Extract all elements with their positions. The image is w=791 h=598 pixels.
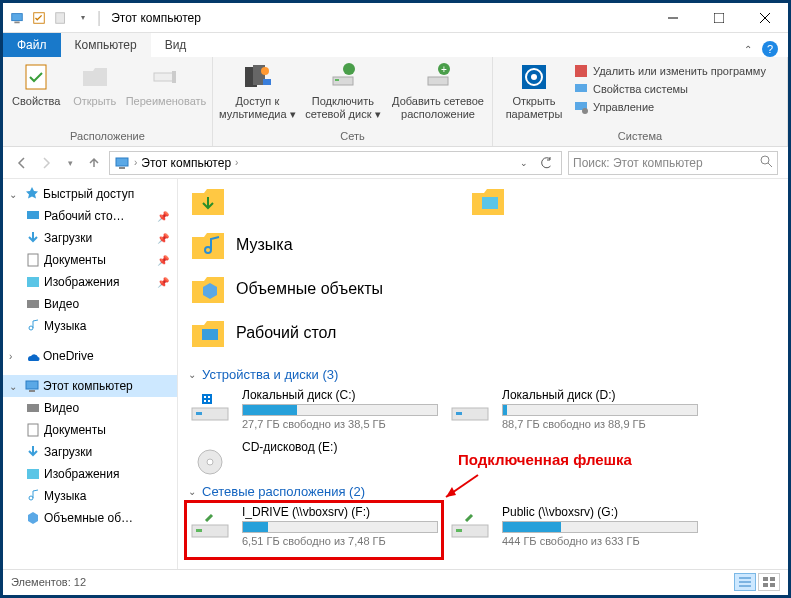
tree-quick-access[interactable]: ⌄Быстрый доступ: [3, 183, 177, 205]
group-network-header[interactable]: ⌄Сетевые расположения (2): [188, 484, 778, 499]
drive-d[interactable]: Локальный диск (D:)88,7 ГБ свободно из 8…: [448, 388, 698, 430]
video-icon: [25, 296, 41, 312]
svg-rect-10: [172, 71, 176, 83]
svg-rect-32: [27, 211, 39, 219]
pictures-icon: [25, 466, 41, 482]
uninstall-programs-button[interactable]: Удалить или изменить программу: [573, 63, 766, 79]
svg-rect-49: [208, 400, 210, 402]
tree-video[interactable]: Видео: [3, 293, 177, 315]
svg-point-53: [207, 459, 213, 465]
svg-rect-28: [116, 158, 128, 166]
group-devices-header[interactable]: ⌄Устройства и диски (3): [188, 367, 778, 382]
svg-point-30: [761, 156, 769, 164]
properties-button[interactable]: Свойства: [9, 61, 64, 108]
nav-forward-icon[interactable]: [37, 154, 55, 172]
svg-rect-1: [14, 21, 19, 23]
content-pane: Музыка Объемные объекты Рабочий стол ⌄Ус…: [178, 179, 788, 569]
tree-onedrive[interactable]: ›OneDrive: [3, 345, 177, 367]
desktop-icon: [25, 208, 41, 224]
annotation-text: Подключенная флешка: [458, 451, 632, 468]
tree-pictures[interactable]: Изображения📌: [3, 271, 177, 293]
tree-pictures2[interactable]: Изображения: [3, 463, 177, 485]
view-large-icon[interactable]: [758, 573, 780, 591]
pc-icon: [9, 10, 25, 26]
tree-downloads2[interactable]: Загрузки: [3, 441, 177, 463]
svg-line-31: [768, 163, 772, 167]
download-icon: [25, 444, 41, 460]
folder-music[interactable]: Музыка: [188, 227, 488, 263]
status-bar: Элементов: 12: [3, 569, 788, 593]
svg-rect-41: [482, 197, 498, 209]
nav-back-icon[interactable]: [13, 154, 31, 172]
svg-point-27: [582, 108, 588, 114]
address-bar[interactable]: › Этот компьютер › ⌄: [109, 151, 562, 175]
open-settings-button[interactable]: Открыть параметры: [499, 61, 569, 120]
address-bar-row: ▾ › Этот компьютер › ⌄ Поиск: Этот компь…: [3, 147, 788, 179]
svg-rect-42: [202, 329, 218, 340]
tree-documents[interactable]: Документы📌: [3, 249, 177, 271]
tree-music[interactable]: Музыка: [3, 315, 177, 337]
add-network-button[interactable]: + Добавить сетевое расположение: [390, 61, 486, 120]
status-item-count: Элементов: 12: [11, 576, 86, 588]
window-title: Этот компьютер: [111, 11, 201, 25]
minimize-button[interactable]: [650, 3, 696, 33]
rename-button[interactable]: Переименовать: [126, 61, 206, 108]
tree-desktop[interactable]: Рабочий сто…📌: [3, 205, 177, 227]
map-drive-button[interactable]: Подключить сетевой диск ▾: [300, 61, 386, 120]
svg-rect-39: [28, 424, 38, 436]
tree-music2[interactable]: Музыка: [3, 485, 177, 507]
folder-partial-downloads[interactable]: [188, 183, 468, 219]
pictures-icon: [25, 274, 41, 290]
maximize-button[interactable]: [696, 3, 742, 33]
media-access-button[interactable]: Доступ к мультимедиа ▾: [219, 61, 296, 120]
tab-file[interactable]: Файл: [3, 33, 61, 57]
svg-rect-0: [12, 13, 23, 20]
svg-rect-8: [26, 65, 46, 89]
folder-3d-objects[interactable]: Объемные объекты: [188, 271, 488, 307]
ribbon-tabs: Файл Компьютер Вид ⌃ ?: [3, 33, 788, 57]
svg-point-17: [343, 63, 355, 75]
open-button[interactable]: Открыть: [68, 61, 123, 108]
nav-up-icon[interactable]: [85, 154, 103, 172]
refresh-icon[interactable]: [535, 156, 557, 170]
manage-button[interactable]: Управление: [573, 99, 766, 115]
help-icon[interactable]: ?: [762, 41, 778, 57]
folder-partial-pictures[interactable]: [468, 183, 768, 219]
onedrive-icon: [24, 348, 40, 364]
view-details-icon[interactable]: [734, 573, 756, 591]
drive-e[interactable]: CD-дисковод (E:): [188, 440, 438, 476]
tree-downloads[interactable]: Загрузки📌: [3, 227, 177, 249]
system-properties-button[interactable]: Свойства системы: [573, 81, 766, 97]
tree-documents2[interactable]: Документы: [3, 419, 177, 441]
objects3d-icon: [25, 510, 41, 526]
address-crumb[interactable]: Этот компьютер: [141, 156, 231, 170]
nav-recent-icon[interactable]: ▾: [61, 154, 79, 172]
folder-desktop[interactable]: Рабочий стол: [188, 315, 488, 351]
collapse-ribbon-icon[interactable]: ⌃: [744, 44, 752, 55]
svg-rect-47: [208, 396, 210, 398]
video-icon: [25, 400, 41, 416]
svg-rect-5: [714, 13, 724, 23]
download-icon: [25, 230, 41, 246]
tab-view[interactable]: Вид: [151, 33, 201, 57]
search-icon[interactable]: [759, 154, 773, 171]
drive-g[interactable]: Public (\\vboxsrv) (G:)444 ГБ свободно и…: [448, 505, 698, 547]
svg-rect-9: [154, 73, 174, 81]
music-icon: [25, 488, 41, 504]
close-button[interactable]: [742, 3, 788, 33]
search-input[interactable]: Поиск: Этот компьютер: [568, 151, 778, 175]
tree-this-pc[interactable]: ⌄Этот компьютер: [3, 375, 177, 397]
address-dropdown-icon[interactable]: ⌄: [513, 156, 535, 170]
svg-rect-57: [456, 529, 462, 532]
group-network-label: Сеть: [213, 128, 492, 146]
tree-volumes[interactable]: Объемные об…: [3, 507, 177, 529]
drive-c[interactable]: Локальный диск (C:)27,7 ГБ свободно из 3…: [188, 388, 438, 430]
tab-computer[interactable]: Компьютер: [61, 33, 151, 57]
svg-rect-45: [202, 394, 212, 404]
svg-rect-29: [119, 167, 125, 169]
folder-small-icon: [53, 10, 69, 26]
qat-properties-icon[interactable]: [31, 10, 47, 26]
annotation-box: [184, 500, 444, 560]
tree-video2[interactable]: Видео: [3, 397, 177, 419]
qat-dropdown-icon[interactable]: ▾: [75, 10, 91, 26]
